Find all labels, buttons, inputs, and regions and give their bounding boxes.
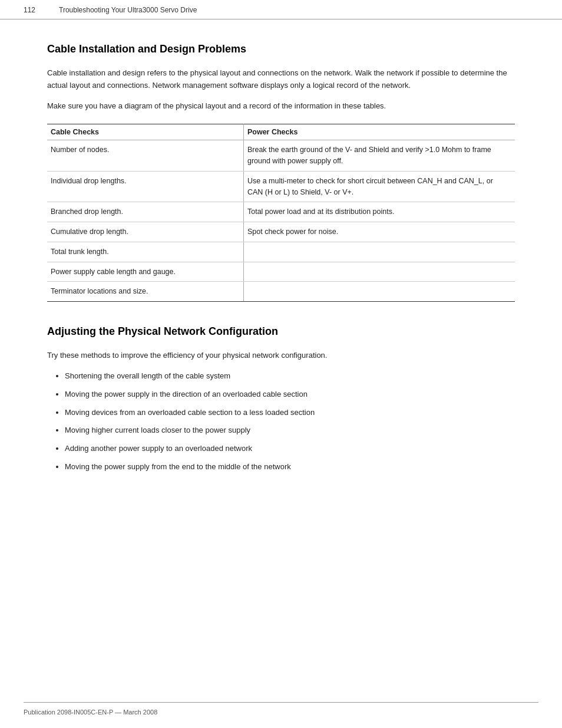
table-row: Individual drop lengths.Use a multi-mete… (47, 171, 515, 202)
table-row: Branched drop length.Total power load an… (47, 202, 515, 222)
power-check-cell (243, 242, 515, 262)
checks-table-container: Cable Checks Power Checks Number of node… (47, 124, 515, 302)
table-body: Number of nodes.Break the earth ground o… (47, 140, 515, 302)
bullet-item: Moving devices from an overloaded cable … (65, 407, 515, 419)
power-check-cell (243, 282, 515, 302)
table-row: Terminator locations and size. (47, 282, 515, 302)
checks-table: Cable Checks Power Checks Number of node… (47, 124, 515, 302)
section1-title: Cable Installation and Design Problems (47, 43, 515, 55)
page: 112 Troubleshooting Your Ultra3000 Servo… (0, 0, 562, 728)
power-check-cell: Break the earth ground of the V- and Shi… (243, 140, 515, 172)
cable-check-cell: Number of nodes. (47, 140, 243, 172)
cable-check-cell: Power supply cable length and gauge. (47, 262, 243, 282)
header-title: Troubleshooting Your Ultra3000 Servo Dri… (59, 6, 197, 14)
cable-check-cell: Terminator locations and size. (47, 282, 243, 302)
bullet-list: Shortening the overall length of the cab… (65, 370, 515, 473)
bullet-item: Moving higher current loads closer to th… (65, 424, 515, 437)
bullet-item: Adding another power supply to an overlo… (65, 443, 515, 455)
power-check-cell: Spot check power for noise. (243, 222, 515, 242)
table-header-row: Cable Checks Power Checks (47, 124, 515, 140)
footer-bar: Publication 2098-IN005C-EN-P — March 200… (24, 702, 538, 716)
table-row: Power supply cable length and gauge. (47, 262, 515, 282)
col-power-header: Power Checks (243, 124, 515, 140)
page-number: 112 (24, 6, 47, 14)
table-row: Number of nodes.Break the earth ground o… (47, 140, 515, 172)
section2-title: Adjusting the Physical Network Configura… (47, 325, 515, 338)
power-check-cell: Use a multi-meter to check for short cir… (243, 171, 515, 202)
bullet-item: Moving the power supply in the direction… (65, 388, 515, 401)
footer-text: Publication 2098-IN005C-EN-P — March 200… (24, 709, 157, 716)
main-content: Cable Installation and Design Problems C… (0, 19, 562, 503)
cable-check-cell: Branched drop length. (47, 202, 243, 222)
section1-paragraph1: Cable installation and design refers to … (47, 67, 515, 92)
cable-check-cell: Total trunk length. (47, 242, 243, 262)
section2-intro: Try these methods to improve the efficie… (47, 350, 515, 362)
bullet-item: Moving the power supply from the end to … (65, 461, 515, 473)
power-check-cell: Total power load and at its distribution… (243, 202, 515, 222)
cable-check-cell: Cumulative drop length. (47, 222, 243, 242)
table-row: Total trunk length. (47, 242, 515, 262)
bullet-item: Shortening the overall length of the cab… (65, 370, 515, 383)
header-bar: 112 Troubleshooting Your Ultra3000 Servo… (0, 0, 562, 19)
power-check-cell (243, 262, 515, 282)
cable-check-cell: Individual drop lengths. (47, 171, 243, 202)
table-row: Cumulative drop length.Spot check power … (47, 222, 515, 242)
col-cable-header: Cable Checks (47, 124, 243, 140)
section1-paragraph2: Make sure you have a diagram of the phys… (47, 100, 515, 113)
